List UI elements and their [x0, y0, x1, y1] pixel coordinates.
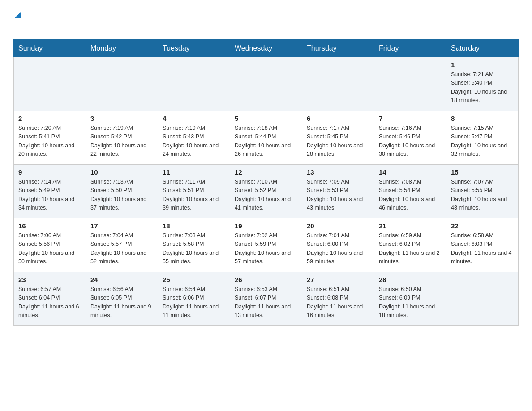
day-info: Sunrise: 7:09 AMSunset: 5:53 PMDaylight:… [307, 178, 369, 213]
calendar-day-cell [158, 57, 230, 111]
day-number: 13 [307, 168, 369, 176]
calendar-day-cell: 16Sunrise: 7:06 AMSunset: 5:56 PMDayligh… [14, 218, 86, 272]
calendar-day-cell: 13Sunrise: 7:09 AMSunset: 5:53 PMDayligh… [302, 165, 374, 218]
day-number: 18 [163, 222, 225, 230]
day-info: Sunrise: 6:57 AMSunset: 6:04 PMDaylight:… [18, 285, 81, 320]
calendar-day-cell [374, 57, 446, 111]
calendar-day-cell: 10Sunrise: 7:13 AMSunset: 5:50 PMDayligh… [86, 165, 158, 218]
day-info: Sunrise: 7:19 AMSunset: 5:43 PMDaylight:… [163, 124, 225, 159]
calendar-day-cell: 26Sunrise: 6:53 AMSunset: 6:07 PMDayligh… [230, 272, 302, 326]
calendar-day-cell: 11Sunrise: 7:11 AMSunset: 5:51 PMDayligh… [158, 165, 230, 218]
day-info: Sunrise: 7:07 AMSunset: 5:55 PMDaylight:… [451, 178, 514, 213]
day-number: 26 [235, 276, 297, 283]
calendar-day-cell: 7Sunrise: 7:16 AMSunset: 5:46 PMDaylight… [374, 111, 446, 165]
day-info: Sunrise: 6:58 AMSunset: 6:03 PMDaylight:… [451, 231, 514, 266]
day-info: Sunrise: 7:03 AMSunset: 5:58 PMDaylight:… [163, 231, 225, 266]
calendar-day-cell: 6Sunrise: 7:17 AMSunset: 5:45 PMDaylight… [302, 111, 374, 165]
day-info: Sunrise: 6:59 AMSunset: 6:02 PMDaylight:… [379, 231, 442, 266]
header-wednesday: Wednesday [230, 40, 302, 57]
day-info: Sunrise: 7:11 AMSunset: 5:51 PMDaylight:… [163, 178, 225, 213]
calendar-week-row: 9Sunrise: 7:14 AMSunset: 5:49 PMDaylight… [14, 165, 519, 218]
calendar-day-cell [302, 57, 374, 111]
calendar-day-cell [86, 57, 158, 111]
day-info: Sunrise: 7:15 AMSunset: 5:47 PMDaylight:… [451, 124, 514, 159]
weekday-header-row: Sunday Monday Tuesday Wednesday Thursday… [14, 40, 519, 57]
calendar-day-cell: 18Sunrise: 7:03 AMSunset: 5:58 PMDayligh… [158, 218, 230, 272]
calendar-day-cell: 22Sunrise: 6:58 AMSunset: 6:03 PMDayligh… [446, 218, 519, 272]
day-number: 20 [307, 222, 369, 230]
day-info: Sunrise: 6:51 AMSunset: 6:08 PMDaylight:… [307, 285, 369, 320]
day-info: Sunrise: 7:02 AMSunset: 5:59 PMDaylight:… [235, 231, 297, 266]
calendar-day-cell: 3Sunrise: 7:19 AMSunset: 5:42 PMDaylight… [86, 111, 158, 165]
day-number: 8 [451, 115, 514, 122]
calendar-day-cell: 25Sunrise: 6:54 AMSunset: 6:06 PMDayligh… [158, 272, 230, 326]
day-info: Sunrise: 7:04 AMSunset: 5:57 PMDaylight:… [90, 231, 153, 266]
header-sunday: Sunday [14, 40, 86, 57]
calendar-day-cell: 28Sunrise: 6:50 AMSunset: 6:09 PMDayligh… [374, 272, 446, 326]
calendar-day-cell: 20Sunrise: 7:01 AMSunset: 6:00 PMDayligh… [302, 218, 374, 272]
calendar-day-cell [14, 57, 86, 111]
day-number: 9 [18, 168, 81, 176]
logo-wordmark [13, 9, 21, 32]
day-info: Sunrise: 7:18 AMSunset: 5:44 PMDaylight:… [235, 124, 297, 159]
day-number: 2 [18, 115, 81, 122]
header-friday: Friday [374, 40, 446, 57]
day-info: Sunrise: 7:20 AMSunset: 5:41 PMDaylight:… [18, 124, 81, 159]
calendar-week-row: 2Sunrise: 7:20 AMSunset: 5:41 PMDaylight… [14, 111, 519, 165]
svg-marker-0 [14, 12, 21, 18]
calendar-day-cell: 21Sunrise: 6:59 AMSunset: 6:02 PMDayligh… [374, 218, 446, 272]
day-number: 19 [235, 222, 297, 230]
day-info: Sunrise: 7:19 AMSunset: 5:42 PMDaylight:… [90, 124, 153, 159]
header-saturday: Saturday [446, 40, 519, 57]
day-info: Sunrise: 6:56 AMSunset: 6:05 PMDaylight:… [90, 285, 153, 320]
day-info: Sunrise: 7:08 AMSunset: 5:54 PMDaylight:… [379, 178, 442, 213]
logo-triangle-icon [14, 12, 21, 20]
calendar-day-cell: 9Sunrise: 7:14 AMSunset: 5:49 PMDaylight… [14, 165, 86, 218]
header-tuesday: Tuesday [158, 40, 230, 57]
day-number: 4 [163, 115, 225, 122]
header-thursday: Thursday [302, 40, 374, 57]
day-number: 6 [307, 115, 369, 122]
day-number: 27 [307, 276, 369, 283]
calendar-day-cell: 23Sunrise: 6:57 AMSunset: 6:04 PMDayligh… [14, 272, 86, 326]
day-number: 7 [379, 115, 442, 122]
day-info: Sunrise: 7:14 AMSunset: 5:49 PMDaylight:… [18, 178, 81, 213]
calendar-day-cell: 8Sunrise: 7:15 AMSunset: 5:47 PMDaylight… [446, 111, 519, 165]
day-info: Sunrise: 7:16 AMSunset: 5:46 PMDaylight:… [379, 124, 442, 159]
day-number: 22 [451, 222, 514, 230]
day-number: 10 [90, 168, 153, 176]
day-info: Sunrise: 7:13 AMSunset: 5:50 PMDaylight:… [90, 178, 153, 213]
day-number: 23 [18, 276, 81, 283]
day-info: Sunrise: 7:06 AMSunset: 5:56 PMDaylight:… [18, 231, 81, 266]
day-number: 1 [451, 61, 514, 68]
day-number: 3 [90, 115, 153, 122]
calendar-day-cell: 27Sunrise: 6:51 AMSunset: 6:08 PMDayligh… [302, 272, 374, 326]
calendar-day-cell: 15Sunrise: 7:07 AMSunset: 5:55 PMDayligh… [446, 165, 519, 218]
calendar-day-cell: 4Sunrise: 7:19 AMSunset: 5:43 PMDaylight… [158, 111, 230, 165]
calendar-day-cell: 19Sunrise: 7:02 AMSunset: 5:59 PMDayligh… [230, 218, 302, 272]
day-number: 24 [90, 276, 153, 283]
calendar-day-cell: 24Sunrise: 6:56 AMSunset: 6:05 PMDayligh… [86, 272, 158, 326]
day-number: 25 [163, 276, 225, 283]
day-number: 14 [379, 168, 442, 176]
header-monday: Monday [86, 40, 158, 57]
day-number: 28 [379, 276, 442, 283]
day-number: 12 [235, 168, 297, 176]
day-info: Sunrise: 7:10 AMSunset: 5:52 PMDaylight:… [235, 178, 297, 213]
page-header [13, 9, 519, 32]
day-info: Sunrise: 7:21 AMSunset: 5:40 PMDaylight:… [451, 70, 514, 105]
calendar-day-cell: 17Sunrise: 7:04 AMSunset: 5:57 PMDayligh… [86, 218, 158, 272]
calendar-day-cell: 5Sunrise: 7:18 AMSunset: 5:44 PMDaylight… [230, 111, 302, 165]
day-info: Sunrise: 6:50 AMSunset: 6:09 PMDaylight:… [379, 285, 442, 320]
day-number: 17 [90, 222, 153, 230]
day-number: 16 [18, 222, 81, 230]
calendar-week-row: 1Sunrise: 7:21 AMSunset: 5:40 PMDaylight… [14, 57, 519, 111]
day-info: Sunrise: 7:17 AMSunset: 5:45 PMDaylight:… [307, 124, 369, 159]
calendar-table: Sunday Monday Tuesday Wednesday Thursday… [13, 39, 519, 326]
day-number: 21 [379, 222, 442, 230]
calendar-day-cell [230, 57, 302, 111]
day-number: 15 [451, 168, 514, 176]
calendar-day-cell [446, 272, 519, 326]
calendar-day-cell: 14Sunrise: 7:08 AMSunset: 5:54 PMDayligh… [374, 165, 446, 218]
calendar-day-cell: 12Sunrise: 7:10 AMSunset: 5:52 PMDayligh… [230, 165, 302, 218]
